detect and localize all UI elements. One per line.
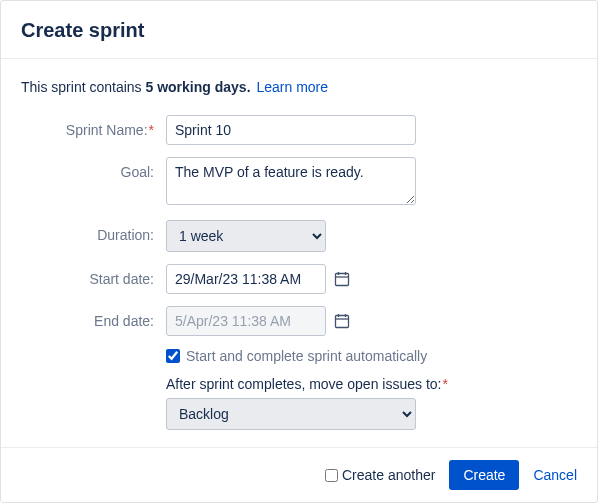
destination-select[interactable]: Backlog [166,398,416,430]
create-another-group: Create another [325,467,435,483]
dialog-header: Create sprint [1,1,597,59]
calendar-icon[interactable] [334,313,350,329]
dialog-body: This sprint contains 5 working days. Lea… [1,59,597,447]
label-goal: Goal: [21,157,166,180]
goal-textarea[interactable]: The MVP of a feature is ready. [166,157,416,205]
after-complete-label: After sprint completes, move open issues… [166,376,577,392]
create-another-label[interactable]: Create another [342,467,435,483]
duration-select[interactable]: 1 week [166,220,326,252]
row-end-date: End date: [21,306,577,336]
end-date-input [166,306,326,336]
create-button[interactable]: Create [449,460,519,490]
intro-strong: 5 working days. [146,79,251,95]
dialog-title: Create sprint [21,19,577,42]
label-end-date: End date: [21,306,166,329]
intro-prefix: This sprint contains [21,79,146,95]
start-date-input[interactable] [166,264,326,294]
calendar-icon[interactable] [334,271,350,287]
svg-rect-0 [336,274,349,286]
row-duration: Duration: 1 week [21,220,577,252]
create-another-checkbox[interactable] [325,469,338,482]
dialog-footer: Create another Create Cancel [1,447,597,502]
required-marker: * [149,122,154,138]
svg-rect-1 [336,316,349,328]
cancel-button[interactable]: Cancel [533,467,577,483]
learn-more-link[interactable]: Learn more [256,79,328,95]
label-duration: Duration: [21,220,166,243]
auto-checkbox-row: Start and complete sprint automatically [166,348,577,364]
row-goal: Goal: The MVP of a feature is ready. [21,157,577,208]
create-sprint-dialog: Create sprint This sprint contains 5 wor… [0,0,598,503]
sprint-name-input[interactable] [166,115,416,145]
auto-checkbox[interactable] [166,349,180,363]
label-start-date: Start date: [21,264,166,287]
auto-checkbox-label[interactable]: Start and complete sprint automatically [186,348,427,364]
required-marker: * [442,376,447,392]
intro-text: This sprint contains 5 working days. Lea… [21,79,577,95]
row-sprint-name: Sprint Name:* [21,115,577,145]
row-start-date: Start date: [21,264,577,294]
label-sprint-name: Sprint Name:* [21,115,166,138]
